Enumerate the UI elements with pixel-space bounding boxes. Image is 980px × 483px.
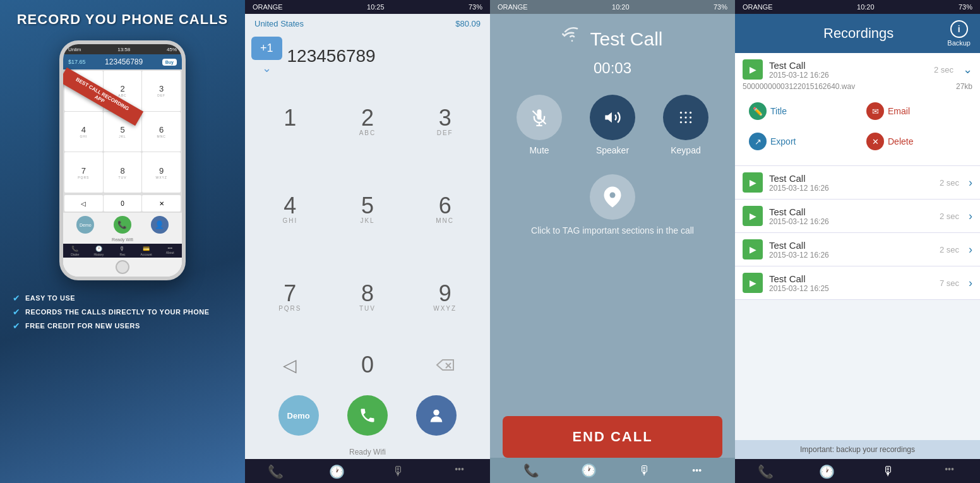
chevron-right-icon-4[interactable]: ›	[969, 277, 972, 290]
bottom-tab-bar: 📞 🕐 🎙 •••	[245, 459, 490, 483]
rec-history-icon: 🕐	[819, 464, 835, 479]
mini-call-btn[interactable]: 📞	[114, 216, 131, 234]
dialer-header: United States $80.09	[245, 14, 490, 33]
speaker-button[interactable]	[590, 95, 635, 140]
rec-info-1: Test Call 2015-03-12 16:26	[769, 173, 933, 193]
mini-key-8[interactable]: 8TUV	[104, 152, 142, 193]
rec-tab-more[interactable]: •••	[919, 464, 980, 479]
title-button[interactable]: ✏️ Title	[743, 98, 855, 124]
mini-key-6[interactable]: 6MNC	[142, 112, 181, 152]
play-button-0[interactable]: ▶	[743, 59, 763, 80]
rec-duration-1: 2 sec	[940, 178, 959, 188]
svg-point-8	[680, 116, 682, 118]
mini-demo-btn[interactable]: Demo	[76, 216, 94, 234]
key-8[interactable]: 8TUV	[329, 253, 407, 341]
rec-duration-0: 2 sec	[934, 65, 953, 75]
tag-icon-circle[interactable]	[590, 174, 635, 220]
call-title: Test Call	[590, 28, 662, 50]
mini-tab-history[interactable]: 🕐History	[87, 246, 111, 256]
promo-features: ✔ EASY TO USE ✔ RECORDS THE CALLS DIRECT…	[0, 287, 245, 341]
mini-del-key[interactable]: ✕	[142, 195, 181, 212]
chevron-right-icon-1[interactable]: ›	[969, 176, 972, 189]
keypad-button[interactable]	[663, 95, 708, 140]
email-button[interactable]: ✉ Email	[860, 98, 972, 124]
info-icon[interactable]: i	[950, 20, 968, 38]
key-3[interactable]: 3DEF	[406, 78, 484, 166]
end-call-button[interactable]: END CALL	[503, 416, 722, 458]
delete-button[interactable]: ✕ Delete	[860, 129, 972, 154]
mini-zero-key[interactable]: 0	[104, 195, 142, 212]
plus1-button[interactable]: +1	[251, 37, 282, 60]
rec-date-0: 2015-03-12 16:26	[769, 71, 928, 80]
mini-back-key[interactable]: ◁	[64, 195, 103, 212]
key-6[interactable]: 6MNC	[406, 166, 484, 254]
play-button-1[interactable]: ▶	[743, 172, 763, 193]
play-button-3[interactable]: ▶	[743, 239, 763, 259]
mini-bottom-row: Demo 📞 👤	[63, 213, 182, 237]
play-button-4[interactable]: ▶	[743, 273, 763, 293]
export-button[interactable]: ↗ Export	[743, 129, 855, 154]
key-9[interactable]: 9WXYZ	[406, 253, 484, 341]
rec-duration-3: 2 sec	[940, 245, 959, 254]
chevron-right-icon-2[interactable]: ›	[969, 210, 972, 223]
rec-tab-recordings[interactable]: 🎙	[858, 464, 919, 479]
call-tab-more[interactable]: •••	[692, 465, 702, 475]
history-icon: 🕐	[329, 464, 345, 479]
mini-home-btn[interactable]	[116, 260, 129, 274]
call-timer: 00:03	[490, 54, 735, 82]
zero-key[interactable]: 0	[329, 344, 407, 386]
wifi-status: Ready Wifi	[245, 445, 490, 459]
mini-key-7[interactable]: 7PQRS	[64, 152, 103, 193]
delete-key[interactable]	[406, 344, 484, 386]
tab-history[interactable]: 🕐	[306, 464, 368, 479]
key-5[interactable]: 5JKL	[329, 166, 407, 254]
key-4[interactable]: 4GHI	[251, 166, 329, 254]
chevron-right-icon-3[interactable]: ›	[969, 243, 972, 256]
mute-button[interactable]	[517, 95, 562, 140]
svg-point-2	[434, 410, 439, 415]
rec-name-2: Test Call	[769, 206, 933, 217]
call-tab-rec[interactable]: 🎙	[638, 463, 651, 478]
play-button-2[interactable]: ▶	[743, 206, 763, 226]
mini-contact-btn[interactable]: 👤	[151, 216, 169, 234]
phone-mockup: BEST CALL RECORDING APP Unlim13:5845% $1…	[59, 40, 186, 280]
tab-more[interactable]: •••	[429, 464, 490, 479]
key-7[interactable]: 7PQRS	[251, 253, 329, 341]
country-code-btn[interactable]: +1 ⌄	[251, 37, 282, 75]
rec-filename-row: 50000000003122015162640.wav 27kb	[743, 80, 972, 93]
demo-button[interactable]: Demo	[278, 395, 319, 436]
rec-list: ▶ Test Call 2015-03-12 16:26 2 sec ⌄ 500…	[735, 53, 980, 440]
country-label: United States	[254, 19, 304, 28]
rec-name-1: Test Call	[769, 173, 933, 184]
mini-tab-account[interactable]: 💳Account	[134, 246, 158, 256]
mini-tab-about[interactable]: •••About	[158, 246, 182, 256]
mini-tab-dialer[interactable]: 📞Dialer	[63, 246, 87, 256]
call-tab-history[interactable]: 🕐	[581, 463, 597, 478]
rec-duration-2: 2 sec	[940, 212, 959, 221]
call-controls: Mute Speaker Keypad	[490, 82, 735, 168]
panel-dialer: ORANGE 10:25 73% United States $80.09 +1…	[245, 0, 490, 483]
mini-key-4[interactable]: 4GHI	[64, 112, 103, 152]
rec-tab-dialer[interactable]: 📞	[735, 464, 796, 479]
chevron-down-icon[interactable]: ⌄	[262, 61, 272, 75]
call-tab-dialer[interactable]: 📞	[523, 463, 539, 478]
tab-recordings[interactable]: 🎙	[368, 464, 429, 479]
back-key[interactable]: ◁	[251, 344, 329, 386]
mini-tab-rec[interactable]: 🎙Rec	[111, 246, 134, 256]
carrier-label: ORANGE	[253, 3, 283, 11]
chevron-down-icon-0[interactable]: ⌄	[963, 63, 972, 76]
tab-dialer[interactable]: 📞	[245, 464, 306, 479]
credit-label: $80.09	[455, 19, 481, 28]
mini-key-3[interactable]: 3DEF	[142, 71, 181, 111]
phone-number-input[interactable]	[287, 46, 490, 66]
key-1[interactable]: 1	[251, 78, 329, 166]
contact-button[interactable]	[416, 395, 457, 436]
rec-tab-history[interactable]: 🕐	[796, 464, 858, 479]
speaker-label: Speaker	[596, 145, 629, 155]
feature-text-2: RECORDS THE CALLS DIRECTLY TO YOUR PHONE	[25, 308, 210, 316]
dialer-icon: 📞	[268, 464, 284, 479]
mini-key-9[interactable]: 9WXYZ	[142, 152, 181, 193]
call-button[interactable]	[347, 395, 388, 436]
svg-point-12	[684, 121, 686, 123]
key-2[interactable]: 2ABC	[329, 78, 407, 166]
